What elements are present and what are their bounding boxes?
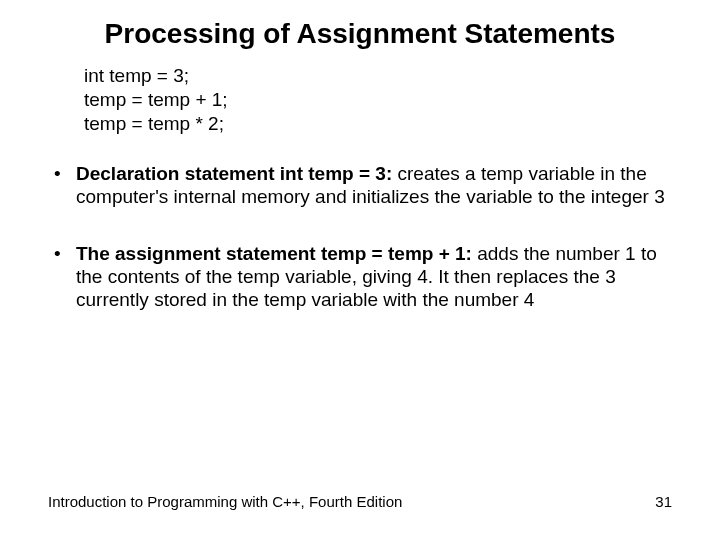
bullet-list: Declaration statement int temp = 3: crea… xyxy=(48,163,672,311)
bullet-1-lead: Declaration statement int temp = 3: xyxy=(76,163,392,184)
bullet-2-lead: The assignment statement temp = temp + 1… xyxy=(76,243,472,264)
bullet-item-1: Declaration statement int temp = 3: crea… xyxy=(48,163,672,209)
page-number: 31 xyxy=(655,493,672,510)
footer-source: Introduction to Programming with C++, Fo… xyxy=(48,493,402,510)
code-line-3: temp = temp * 2; xyxy=(84,112,672,136)
code-line-1: int temp = 3; xyxy=(84,64,672,88)
slide-title: Processing of Assignment Statements xyxy=(48,18,672,50)
bullet-item-2: The assignment statement temp = temp + 1… xyxy=(48,243,672,311)
code-line-2: temp = temp + 1; xyxy=(84,88,672,112)
footer: Introduction to Programming with C++, Fo… xyxy=(48,493,672,510)
code-block: int temp = 3; temp = temp + 1; temp = te… xyxy=(84,64,672,135)
